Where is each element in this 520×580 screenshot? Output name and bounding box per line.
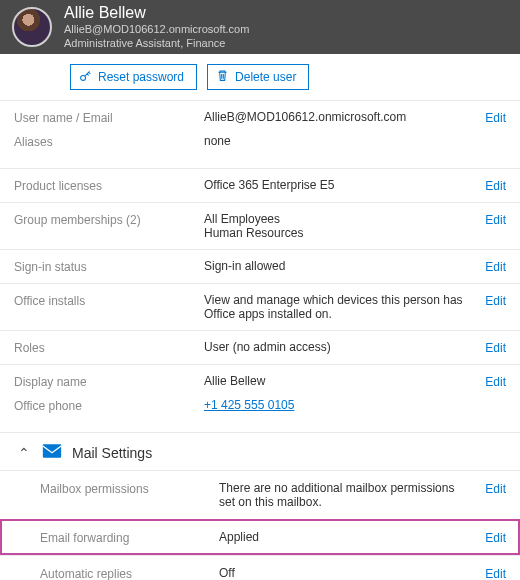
group-1: All Employees	[204, 212, 464, 226]
row-signin: Sign-in status Sign-in allowed Edit	[0, 249, 520, 283]
svg-point-0	[81, 76, 86, 81]
user-name: Allie Bellew	[64, 3, 249, 23]
phone-link[interactable]: +1 425 555 0105	[204, 398, 294, 412]
value-username: AllieB@MOD106612.onmicrosoft.com	[204, 110, 472, 124]
value-aliases: none	[204, 134, 472, 148]
value-email-forwarding: Applied	[219, 530, 472, 544]
edit-licenses[interactable]: Edit	[472, 178, 506, 193]
label-automatic-replies: Automatic replies	[14, 566, 219, 580]
label-username: User name / Email	[14, 110, 204, 125]
chevron-up-icon: ⌃	[18, 445, 30, 461]
edit-automatic-replies[interactable]: Edit	[472, 566, 506, 580]
row-username: User name / Email AllieB@MOD106612.onmic…	[0, 100, 520, 134]
label-mailbox-permissions: Mailbox permissions	[14, 481, 219, 496]
delete-user-label: Delete user	[235, 70, 296, 84]
key-icon	[79, 69, 92, 85]
edit-display[interactable]: Edit	[472, 374, 506, 389]
label-display: Display name	[14, 374, 204, 389]
detail-rows: User name / Email AllieB@MOD106612.onmic…	[0, 100, 520, 432]
edit-installs[interactable]: Edit	[472, 293, 506, 308]
value-display: Allie Bellew	[204, 374, 472, 388]
label-installs: Office installs	[14, 293, 204, 308]
edit-groups[interactable]: Edit	[472, 212, 506, 227]
edit-aliases-placeholder	[472, 134, 506, 135]
row-email-forwarding: Email forwarding Applied Edit	[0, 519, 520, 555]
action-bar: Reset password Delete user	[0, 54, 520, 100]
mail-settings-header[interactable]: ⌃ Mail Settings	[0, 432, 520, 470]
edit-email-forwarding[interactable]: Edit	[472, 530, 506, 545]
row-display: Display name Allie Bellew Edit	[0, 364, 520, 398]
user-email: AllieB@MOD106612.onmicrosoft.com	[64, 23, 249, 37]
row-roles: Roles User (no admin access) Edit	[0, 330, 520, 364]
value-automatic-replies: Off	[219, 566, 472, 580]
label-roles: Roles	[14, 340, 204, 355]
mail-settings-rows: Mailbox permissions There are no additio…	[0, 470, 520, 580]
label-signin: Sign-in status	[14, 259, 204, 274]
edit-username[interactable]: Edit	[472, 110, 506, 125]
trash-icon	[216, 69, 229, 85]
group-2: Human Resources	[204, 226, 464, 240]
svg-rect-1	[43, 444, 61, 457]
value-licenses: Office 365 Enterprise E5	[204, 178, 472, 192]
mail-icon	[42, 443, 62, 462]
value-signin: Sign-in allowed	[204, 259, 472, 273]
row-aliases: Aliases none	[0, 134, 520, 168]
avatar	[12, 7, 52, 47]
label-aliases: Aliases	[14, 134, 204, 149]
edit-phone-placeholder	[472, 398, 506, 399]
label-email-forwarding: Email forwarding	[14, 530, 219, 545]
edit-roles[interactable]: Edit	[472, 340, 506, 355]
row-groups: Group memberships (2) All Employees Huma…	[0, 202, 520, 249]
edit-mailbox-permissions[interactable]: Edit	[472, 481, 506, 496]
row-licenses: Product licenses Office 365 Enterprise E…	[0, 168, 520, 202]
edit-signin[interactable]: Edit	[472, 259, 506, 274]
row-mailbox-permissions: Mailbox permissions There are no additio…	[0, 470, 520, 519]
label-groups: Group memberships (2)	[14, 212, 204, 227]
user-header: Allie Bellew AllieB@MOD106612.onmicrosof…	[0, 0, 520, 54]
reset-password-label: Reset password	[98, 70, 184, 84]
user-role: Administrative Assistant, Finance	[64, 37, 249, 51]
row-automatic-replies: Automatic replies Off Edit	[0, 555, 520, 580]
label-phone: Office phone	[14, 398, 204, 413]
label-licenses: Product licenses	[14, 178, 204, 193]
value-roles: User (no admin access)	[204, 340, 472, 354]
value-phone: +1 425 555 0105	[204, 398, 472, 412]
delete-user-button[interactable]: Delete user	[207, 64, 309, 90]
value-mailbox-permissions: There are no additional mailbox permissi…	[219, 481, 472, 509]
value-groups: All Employees Human Resources	[204, 212, 472, 240]
row-phone: Office phone +1 425 555 0105	[0, 398, 520, 432]
mail-settings-title: Mail Settings	[72, 445, 152, 461]
row-installs: Office installs View and manage which de…	[0, 283, 520, 330]
value-installs: View and manage which devices this perso…	[204, 293, 472, 321]
reset-password-button[interactable]: Reset password	[70, 64, 197, 90]
